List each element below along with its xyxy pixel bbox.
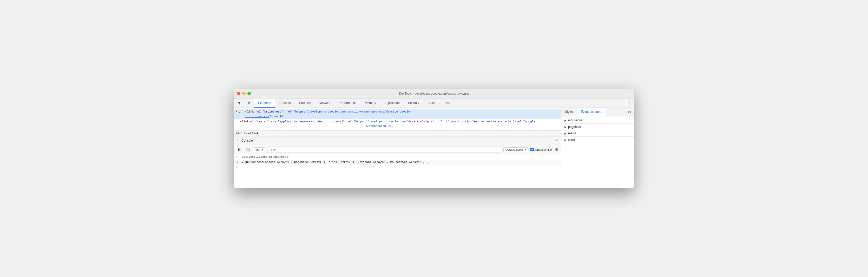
html-attr-rel: rel= [255, 110, 262, 113]
html-val-type: "application/opensearchdescription+xml" [278, 120, 345, 124]
console-close-button[interactable]: × [555, 137, 559, 144]
console-output-text: {DOMContentLoaded: Array(1), pagehide: A… [245, 161, 430, 164]
execute-button[interactable] [236, 146, 243, 153]
svg-rect-1 [249, 102, 250, 104]
output-prompt: < [236, 161, 240, 164]
expand-object-icon[interactable]: ▶ [242, 161, 244, 164]
event-item-scroll[interactable]: ▶ scroll [561, 137, 634, 143]
console-row-input: > getEventListeners(document); [234, 155, 561, 160]
html-val-rel2: "search" [255, 120, 269, 124]
html-val-href2-q2: " [406, 120, 408, 124]
tab-sources[interactable]: Sources [295, 98, 315, 107]
breadcrumb-head[interactable]: head [244, 132, 251, 135]
devtools-window: DevTools - developers.google.com/web/sho… [234, 89, 634, 188]
minimize-button[interactable] [242, 92, 246, 95]
console-row-output[interactable]: < ▶ {DOMContentLoaded: Array(1), pagehid… [234, 160, 561, 165]
context-selector-wrapper: top ▼ [254, 147, 265, 152]
tab-performance[interactable]: Performance [335, 98, 361, 107]
event-arrow-pagehide: ▶ [564, 125, 566, 128]
group-similar-checkbox[interactable] [530, 148, 534, 151]
console-input-text: getEventListeners(document); [242, 155, 290, 158]
html-attr-aria: aria-label= [504, 120, 523, 124]
event-item-mouseover[interactable]: ▶ mouseover [561, 118, 634, 123]
tab-event-listeners[interactable]: Event Listeners [577, 108, 606, 116]
element-line-2[interactable]: <link rel="search" type="application/ope… [234, 119, 561, 129]
console-row-empty[interactable]: > [234, 165, 561, 171]
tab-application[interactable]: Application [380, 98, 404, 107]
html-attr-dt: data-tooltip= [450, 120, 472, 124]
html-attr-href: href= [285, 110, 293, 113]
title-bar: DevTools - developers.google.com/web/sho… [234, 89, 634, 98]
console-toolbar: top ▼ Default levels ▼ Group similar [234, 145, 561, 154]
console-header: Console × [234, 136, 561, 145]
html-attr-rel2: rel= [249, 120, 255, 124]
event-label-resize: resize [568, 131, 577, 135]
html-tag-2: <link [240, 120, 249, 124]
elements-content: ▼ ... <link rel="stylesheet" href="https… [234, 108, 561, 130]
more-right-tabs-icon[interactable]: >> [625, 108, 634, 116]
html-tag-1-close: > [271, 115, 273, 118]
html-eq-marker: == $0 [274, 115, 283, 118]
tab-axe[interactable]: aXe [440, 98, 454, 107]
levels-wrapper: Default levels ▼ [503, 147, 528, 152]
right-panel-content: ▶ mouseover ▶ pagehide ▶ resize [561, 116, 634, 188]
tab-elements[interactable]: Elements [254, 98, 275, 107]
html-tag-1: <link [245, 110, 254, 113]
event-label-mouseover: mouseover [568, 119, 583, 122]
elements-panel: ▼ ... <link rel="stylesheet" href="https… [234, 108, 561, 188]
traffic-lights [237, 92, 251, 95]
html-val-href-q2: " [269, 115, 271, 118]
console-settings-icon[interactable]: ⚙ [554, 147, 559, 153]
breadcrumb-link[interactable]: link [252, 132, 259, 135]
right-tabs: Styles Event Listeners >> [561, 108, 634, 116]
more-tabs-icon[interactable]: ⋮ [624, 98, 634, 107]
context-select[interactable]: top [254, 147, 265, 152]
svg-line-4 [247, 149, 249, 151]
element-line-1[interactable]: ▼ ... <link rel="stylesheet" href="https… [234, 110, 561, 119]
inspect-icon[interactable] [236, 99, 243, 107]
toolbar: Elements Console Sources Network Perform… [234, 98, 634, 108]
levels-button[interactable]: Default levels [503, 147, 528, 152]
console-drag-handle[interactable] [236, 138, 240, 144]
device-toggle-icon[interactable] [244, 99, 252, 107]
html-val-dta: "b,c" [441, 120, 450, 124]
event-label-pagehide: pagehide [568, 125, 581, 129]
html-val-dt: "Google Developers" [472, 120, 504, 124]
main-area: ▼ ... <link rel="stylesheet" href="https… [234, 108, 634, 188]
tab-memory[interactable]: Memory [361, 98, 380, 107]
event-arrow-resize: ▶ [564, 132, 566, 135]
svg-marker-2 [238, 148, 241, 151]
html-val-href2-q1: " [353, 120, 355, 124]
close-button[interactable] [237, 92, 240, 95]
filter-input[interactable] [267, 147, 501, 153]
group-similar-label[interactable]: Group similar [530, 148, 552, 151]
clear-console-button[interactable] [245, 146, 252, 153]
expand-icon-1[interactable]: ▼ [236, 110, 238, 114]
drag-dot-3 [238, 142, 238, 143]
breadcrumb-html[interactable]: html [236, 132, 243, 135]
tab-network[interactable]: Network [315, 98, 335, 107]
maximize-button[interactable] [247, 92, 251, 95]
html-val-rel: "stylesheet" [262, 110, 283, 113]
event-item-resize[interactable]: ▶ resize [561, 130, 634, 136]
event-arrow-scroll: ▶ [564, 138, 566, 141]
window-title: DevTools - developers.google.com/web/sho… [399, 92, 469, 95]
event-arrow-mouseover: ▶ [564, 119, 566, 122]
drag-dot-1 [238, 139, 238, 140]
tab-audits[interactable]: Audits [423, 98, 440, 107]
event-divider-3 [561, 136, 634, 137]
tab-security[interactable]: Security [404, 98, 423, 107]
html-val-aria: "Google [523, 120, 535, 124]
svg-rect-0 [246, 102, 249, 104]
toolbar-tabs: Elements Console Sources Network Perform… [254, 98, 624, 107]
event-item-pagehide[interactable]: ▶ pagehide [561, 124, 634, 130]
html-link-2[interactable]: https://developers.google.com/ s/opensea… [355, 120, 406, 129]
devtools: Elements Console Sources Network Perform… [234, 98, 634, 188]
console-title: Console [241, 139, 253, 143]
drag-dot-2 [238, 140, 238, 141]
line1-prefix: ... [239, 110, 244, 114]
toolbar-icon-group [234, 98, 254, 107]
input-prompt: > [236, 155, 240, 158]
tab-console[interactable]: Console [275, 98, 295, 107]
tab-styles[interactable]: Styles [561, 108, 577, 116]
